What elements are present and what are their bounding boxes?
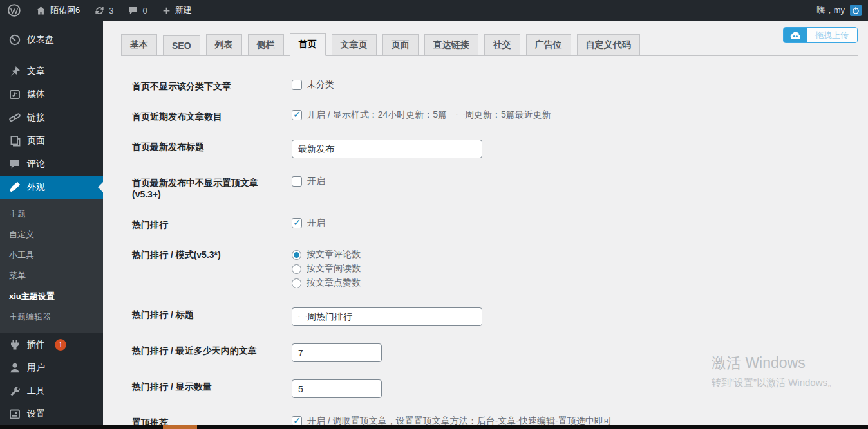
adminbar-label-new-content: 新建 bbox=[175, 5, 192, 16]
radio-hot-rank-mode-2[interactable] bbox=[292, 278, 301, 288]
checkbox-home-exclude-category[interactable] bbox=[292, 80, 302, 90]
sidebar-item-label: 评论 bbox=[27, 158, 45, 170]
user-greeting[interactable]: 嗨，my bbox=[817, 5, 845, 16]
input-hot-rank-days[interactable] bbox=[292, 343, 382, 362]
tab-9[interactable]: 广告位 bbox=[526, 34, 571, 55]
input-hot-rank-title[interactable] bbox=[292, 307, 482, 326]
sidebar-item-label: 工具 bbox=[27, 385, 45, 397]
checkbox-text: 未分类 bbox=[307, 79, 334, 91]
checkbox-home-recent-count[interactable] bbox=[292, 110, 302, 120]
input-hot-rank-display[interactable] bbox=[292, 379, 382, 398]
adminbar-label-site-name: 陌佑网6 bbox=[50, 5, 80, 16]
tab-2[interactable]: 列表 bbox=[206, 34, 242, 55]
field-control: 按文章评论数按文章阅读数按文章点赞数 bbox=[292, 248, 361, 290]
sidebar-item-posts[interactable]: 文章 bbox=[0, 60, 103, 83]
form-row-hot-rank-display: 热门排行 / 显示数量 bbox=[132, 379, 868, 398]
field-label: 热门排行 / 标题 bbox=[132, 307, 287, 326]
admin-bar-left: 陌佑网630新建 bbox=[0, 0, 199, 21]
submenu-item-3[interactable]: 菜单 bbox=[0, 266, 103, 286]
tab-10[interactable]: 自定义代码 bbox=[577, 34, 640, 55]
tab-4[interactable]: 首页 bbox=[290, 33, 326, 56]
cloud-icon bbox=[784, 28, 807, 42]
media-icon bbox=[8, 88, 21, 101]
taskbar-highlight bbox=[163, 425, 197, 429]
checkbox-line: 开启 bbox=[292, 217, 325, 229]
adminbar-item-updates[interactable]: 3 bbox=[87, 0, 120, 21]
submenu-item-0[interactable]: 主题 bbox=[0, 204, 103, 224]
sidebar-item-comments[interactable]: 评论 bbox=[0, 152, 103, 176]
form-row-hot-rank-title: 热门排行 / 标题 bbox=[132, 307, 868, 326]
tab-3[interactable]: 侧栏 bbox=[248, 34, 284, 55]
power-icon bbox=[851, 6, 860, 15]
field-control bbox=[292, 343, 382, 362]
field-label: 热门排行 / 最近多少天内的文章 bbox=[132, 343, 287, 362]
form-row-hot-rank-mode: 热门排行 / 模式(v5.3*)按文章评论数按文章阅读数按文章点赞数 bbox=[132, 248, 868, 290]
radio-line: 按文章评论数 bbox=[292, 248, 361, 262]
tab-5[interactable]: 文章页 bbox=[332, 34, 377, 55]
form-row-hot-rank: 热门排行开启 bbox=[132, 217, 868, 230]
settings-tabs: 基本SEO列表侧栏首页文章页页面直达链接社交广告位自定义代码 bbox=[121, 33, 858, 56]
field-control bbox=[292, 140, 482, 158]
user-avatar[interactable] bbox=[850, 5, 862, 16]
adminbar-item-site-name[interactable]: 陌佑网6 bbox=[28, 0, 87, 21]
input-home-latest-title[interactable] bbox=[292, 140, 482, 158]
main-shell: 仪表盘文章媒体链接页面评论外观主题自定义小工具菜单xiu主题设置主题编辑器插件1… bbox=[0, 21, 868, 429]
radio-line: 按文章阅读数 bbox=[292, 262, 361, 276]
field-label: 首页最新发布中不显示置顶文章(v5.3+) bbox=[132, 176, 287, 200]
sidebar-item-label: 用户 bbox=[27, 362, 45, 374]
field-control: 开启 bbox=[292, 217, 325, 230]
adminbar-item-wp-logo[interactable] bbox=[0, 0, 28, 21]
sidebar-item-media[interactable]: 媒体 bbox=[0, 83, 103, 106]
checkbox-line: 开启 bbox=[292, 176, 325, 187]
adminbar-item-new-content[interactable]: 新建 bbox=[155, 0, 199, 21]
sidebar-item-appearance[interactable]: 外观 bbox=[0, 176, 103, 199]
adminbar-item-comments[interactable]: 0 bbox=[120, 0, 154, 21]
drag-upload-label: 拖拽上传 bbox=[807, 28, 857, 42]
checkbox-home-hide-sticky[interactable] bbox=[292, 176, 302, 187]
sidebar-item-label: 插件 bbox=[27, 339, 45, 351]
taskbar-strip bbox=[0, 425, 868, 429]
field-label: 首页不显示该分类下文章 bbox=[132, 79, 287, 92]
submenu-item-5[interactable]: 主题编辑器 bbox=[0, 307, 103, 327]
tab-8[interactable]: 社交 bbox=[484, 34, 520, 55]
field-control bbox=[292, 379, 382, 398]
radio-text: 按文章点赞数 bbox=[307, 277, 361, 289]
field-control: 开启 / 显示样式：24小时更新：5篇 一周更新：5篇最近更新 bbox=[292, 109, 551, 122]
radio-hot-rank-mode-0[interactable] bbox=[292, 250, 301, 260]
tab-1[interactable]: SEO bbox=[163, 35, 200, 55]
tab-0[interactable]: 基本 bbox=[121, 34, 157, 55]
submenu-item-4[interactable]: xiu主题设置 bbox=[0, 286, 103, 307]
field-label: 热门排行 / 模式(v5.3*) bbox=[132, 248, 287, 290]
tab-6[interactable]: 页面 bbox=[382, 34, 419, 55]
dashboard-icon bbox=[8, 33, 21, 46]
sidebar-item-label: 文章 bbox=[27, 66, 45, 77]
sidebar-item-users[interactable]: 用户 bbox=[0, 356, 103, 379]
sidebar: 仪表盘文章媒体链接页面评论外观主题自定义小工具菜单xiu主题设置主题编辑器插件1… bbox=[0, 21, 103, 429]
sidebar-item-plugins[interactable]: 插件1 bbox=[0, 333, 103, 356]
checkbox-line: 开启 / 显示样式：24小时更新：5篇 一周更新：5篇最近更新 bbox=[292, 109, 551, 121]
checkbox-hot-rank[interactable] bbox=[292, 218, 302, 228]
user-icon bbox=[8, 361, 21, 374]
sidebar-item-links[interactable]: 链接 bbox=[0, 106, 103, 129]
submenu-item-1[interactable]: 自定义 bbox=[0, 224, 103, 245]
tab-7[interactable]: 直达链接 bbox=[424, 34, 478, 55]
field-label: 热门排行 / 显示数量 bbox=[132, 379, 287, 398]
sidebar-item-dashboard[interactable]: 仪表盘 bbox=[0, 28, 103, 51]
home-icon bbox=[35, 5, 46, 16]
sidebar-item-tools[interactable]: 工具 bbox=[0, 379, 103, 403]
drag-upload-button[interactable]: 拖拽上传 bbox=[783, 27, 858, 43]
sidebar-item-settings[interactable]: 设置 bbox=[0, 403, 103, 426]
sidebar-item-pages[interactable]: 页面 bbox=[0, 129, 103, 152]
field-control bbox=[292, 307, 482, 326]
radio-hot-rank-mode-1[interactable] bbox=[292, 264, 301, 274]
sidebar-item-label: 页面 bbox=[27, 135, 45, 147]
plus-icon bbox=[162, 6, 171, 15]
adminbar-label-comments: 0 bbox=[142, 6, 147, 15]
checkbox-text: 开启 bbox=[307, 217, 325, 229]
sidebar-item-label: 外观 bbox=[27, 181, 45, 193]
adminbar-label-updates: 3 bbox=[109, 6, 113, 15]
checkbox-line: 未分类 bbox=[292, 79, 334, 91]
content-area: 基本SEO列表侧栏首页文章页页面直达链接社交广告位自定义代码 拖拽上传 首页不显… bbox=[103, 21, 868, 429]
submenu-item-2[interactable]: 小工具 bbox=[0, 245, 103, 266]
updates-icon bbox=[94, 5, 105, 16]
